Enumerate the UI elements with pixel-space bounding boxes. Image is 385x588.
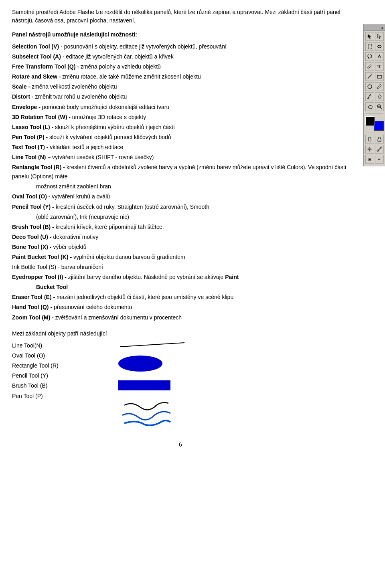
tool-line: Line Tool (N) – vytváření úseček (SHIFT … (12, 153, 349, 162)
svg-point-8 (377, 45, 381, 48)
3drotation-tool-button[interactable] (375, 42, 384, 51)
oval-tool-button[interactable] (365, 82, 374, 91)
svg-point-5 (371, 44, 371, 45)
rectangle-tool-button[interactable] (375, 72, 384, 81)
tool-row-4: T (364, 62, 385, 71)
svg-line-10 (371, 65, 371, 66)
obj-pencil: Pencil Tool (Y) (12, 371, 92, 381)
tool-zoom: Zoom Tool (M) - zvětšování a zmenšování … (12, 313, 349, 322)
tool-eyedropper: Eyedropper Tool (I) - zjištění barvy dan… (12, 273, 349, 282)
selection-tool-button[interactable] (365, 32, 374, 41)
tool-deco: Deco Tool (U) - dekorativní motivy (12, 232, 349, 242)
tool-list: Selection Tool (V) - posunování s objekt… (12, 42, 349, 322)
tool-row-10 (364, 144, 385, 154)
svg-rect-13 (377, 75, 381, 78)
tool-eyedropper-cont: Bucket Tool (36, 283, 349, 292)
svg-point-14 (368, 85, 372, 89)
line-tool-button[interactable] (365, 72, 374, 81)
toolbar-collapse-button[interactable]: ◄ (364, 25, 385, 31)
lasso-tool-button[interactable] (365, 52, 374, 61)
eraser-tool-button[interactable] (375, 92, 384, 101)
tool-row-1 (364, 32, 385, 41)
toolbar-divider-1 (366, 113, 383, 113)
tool-lasso: Lasso Tool (L) - slouží k přesnějšímu vý… (12, 123, 349, 132)
tool-freetransform: Free Transform Tool (Q) - změna polohy a… (12, 62, 349, 71)
svg-line-15 (378, 97, 380, 99)
section1-title: Panel nástrojů umožňuje následující možn… (12, 30, 349, 39)
obj-pen: Pen Tool (P) (12, 391, 92, 401)
toolbar-divider-2 (366, 133, 383, 133)
tool-row-snap: ▣ ⇄ (364, 154, 385, 164)
freetransform-tool-button[interactable] (365, 42, 374, 51)
tool-3drotation: 3D Rotation Tool (W) - umožňuje 3D rotac… (12, 113, 349, 122)
svg-line-17 (380, 107, 382, 109)
hand-tool-button[interactable] (365, 102, 374, 111)
pencil-tool-button[interactable] (365, 62, 374, 71)
tool-rectangle-cont: možnost změnit zaoblení hran (36, 182, 349, 191)
objects-list: Line Tool(N) Oval Tool (O) Rectangle Too… (12, 341, 92, 401)
tool-row-3 (364, 52, 385, 61)
inkbottle-tool-button[interactable] (375, 135, 384, 143)
tool-hand: Hand Tool (Q) - přesunování celého dokum… (12, 303, 349, 312)
tool-selection: Selection Tool (V) - posunování s objekt… (12, 42, 349, 51)
svg-point-6 (367, 48, 368, 48)
tool-row-2 (364, 42, 385, 51)
tool-rectangle: Rentangle Tool (R) - kreslení čtverců a … (12, 163, 349, 181)
penciltool2-button[interactable] (375, 82, 384, 91)
obj-line: Line Tool(N) (12, 341, 92, 351)
paintbucket-tool-button[interactable] (365, 135, 374, 143)
tool-rotateskew: Rotare and Skew - změnu rotace, ale také… (12, 72, 349, 81)
color-section (365, 116, 384, 131)
tool-row-8 (364, 102, 385, 111)
tool-scale: Scale - změna velikosti zvoleného objekt… (12, 82, 349, 91)
svg-point-4 (367, 44, 368, 45)
oval-tool-visual (116, 354, 164, 374)
tool-inkbottle: Ink Bottle Tool (S) - barva ohraničení (12, 263, 349, 272)
tool-row-7 (364, 92, 385, 101)
background-color-swatch[interactable] (374, 121, 384, 131)
tool-eraser: Eraser Tool (E) - mazání jednotlivých ob… (12, 293, 349, 302)
svg-line-12 (368, 75, 372, 79)
text-tool-icon: T (377, 63, 381, 70)
brush-tool-button[interactable] (365, 92, 374, 101)
section2-title: Mezi základní objekty patří následující (12, 330, 349, 337)
tool-pen: Pen Tool (P) - slouží k vytváření objekt… (12, 133, 349, 142)
obj-oval: Oval Tool (O) (12, 351, 92, 361)
subselect-tool-button[interactable] (375, 32, 384, 41)
tool-row-6 (364, 82, 385, 91)
objects-row: Line Tool(N) Oval Tool (O) Rectangle Too… (12, 341, 349, 429)
svg-rect-2 (118, 380, 170, 390)
snap-button[interactable]: ▣ (365, 155, 374, 164)
tool-envelope: Envelope - pomocné body umožňující dokon… (12, 103, 349, 112)
svg-point-11 (368, 68, 368, 68)
svg-line-0 (120, 343, 184, 347)
tool-row-9 (364, 134, 385, 144)
zoom-tool-button[interactable] (375, 102, 384, 111)
rect-tool-visual (116, 378, 172, 392)
snap2-button[interactable]: ⇄ (375, 155, 384, 164)
text-tool-button[interactable]: T (375, 62, 384, 71)
pen-tool-button[interactable] (375, 52, 384, 61)
tool-text: Text Tool (T) - vkládání textů a jejich … (12, 143, 349, 152)
svg-point-7 (371, 48, 371, 48)
page-number: 6 (12, 441, 349, 448)
tool-bone: Bone Tool (X) - výběr objektů (12, 242, 349, 252)
tool-distort: Distort - změnit tvar rohů u zvoleného o… (12, 92, 349, 101)
objects-visuals (116, 341, 188, 429)
bone-tool-button[interactable] (375, 145, 384, 154)
tool-brush: Brush Tool (B) - kreslení křivek, které … (12, 222, 349, 232)
deco-tool-button[interactable] (365, 145, 374, 154)
collapse-icon: ◄ (380, 26, 384, 30)
foreground-color-swatch[interactable] (365, 116, 375, 126)
toolbar-panel: ◄ (363, 24, 385, 166)
tool-pencil-cont: (oblé zarovnání), Ink (neupravuje nic) (36, 212, 349, 222)
obj-rectangle: Rectangle Tool (R) (12, 361, 92, 371)
intro-paragraph: Samotné prostředí Adobe Flashe lze rozdě… (12, 8, 349, 25)
svg-rect-3 (368, 45, 371, 48)
objects-section: Mezi základní objekty patří následující … (12, 330, 349, 429)
brush-tool-visual (116, 397, 172, 429)
tool-pencil: Pencil Tool (Y) - kreslení úseček od ruk… (12, 202, 349, 212)
tool-oval: Oval Tool (O) - vytváření kruhů a oválů (12, 192, 349, 201)
obj-brush: Brush Tool (B) (12, 381, 92, 391)
tool-paintbucket: Paint Bucket Tool (K) - vyplnění objektu… (12, 253, 349, 262)
